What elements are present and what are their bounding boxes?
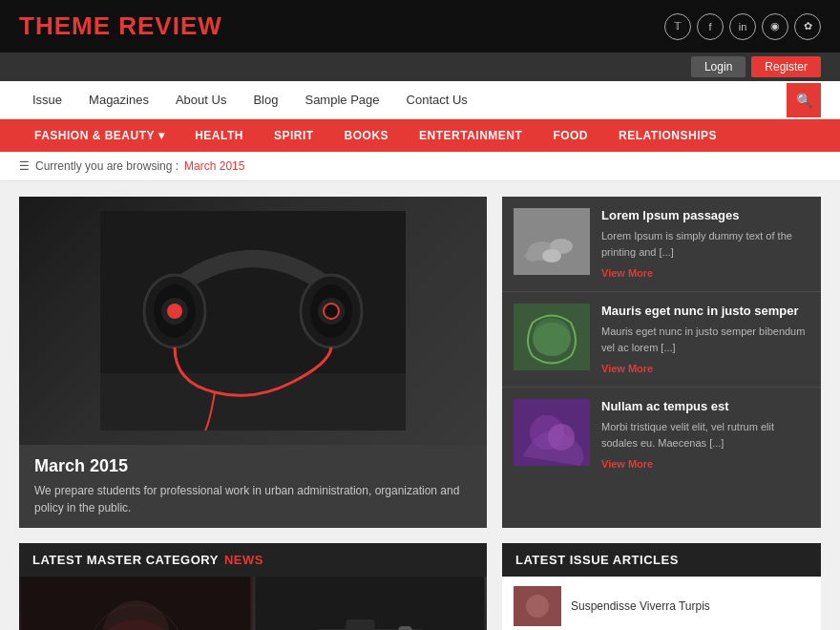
primary-nav: Issue Magazines About Us Blog Sample Pag… [0, 81, 840, 119]
latest-item-image-2 [253, 577, 487, 630]
featured-title: March 2015 [34, 456, 472, 476]
issue-list: Suspendisse Viverra Turpis Long Establis… [502, 577, 821, 630]
view-more-3[interactable]: View More [601, 458, 653, 470]
nav-magazines[interactable]: Magazines [75, 81, 162, 118]
site-title: THEME REVIEW [19, 11, 222, 41]
search-button[interactable]: 🔍 [787, 83, 821, 117]
cat-spirit[interactable]: SPIRIT [259, 119, 329, 152]
issue-item-1: Suspendisse Viverra Turpis [502, 577, 821, 630]
sidebar-article-excerpt-3: Morbi tristique velit elit, vel rutrum e… [601, 419, 809, 451]
bottom-section: LATEST MASTER CATEGORY NEWS [0, 543, 840, 630]
auth-bar: Login Register [0, 52, 840, 81]
sidebar-article-excerpt-1: Lorem Ipsum is simply dummy text of the … [601, 228, 809, 260]
latest-grid: Long Established Fact 👤 Issue | 📅 March … [19, 577, 487, 630]
cat-fashion[interactable]: FASHION & BEAUTY ▾ [19, 119, 179, 152]
svg-point-34 [526, 595, 549, 618]
instagram-icon[interactable]: ✿ [794, 13, 821, 40]
featured-image-wrap: MARCH 2015 [19, 197, 487, 445]
sidebar-articles: Lorem Ipsum passages Lorem Ipsum is simp… [502, 197, 821, 528]
latest-master-label2: NEWS [224, 553, 263, 567]
register-button[interactable]: Register [751, 56, 821, 77]
sidebar-thumb-1 [514, 208, 590, 275]
cat-health[interactable]: HEALTH [179, 119, 259, 152]
latest-master: LATEST MASTER CATEGORY NEWS [19, 543, 487, 630]
cat-books[interactable]: BOOKS [329, 119, 405, 152]
sidebar-article-text-3: Nullam ac tempus est Morbi tristique vel… [601, 399, 809, 471]
latest-issue: LATEST ISSUE ARTICLES Suspendisse Viverr… [502, 543, 821, 630]
nav-sample[interactable]: Sample Page [291, 81, 392, 118]
sidebar-article-1: Lorem Ipsum passages Lorem Ipsum is simp… [502, 197, 821, 292]
sidebar-article-text-2: Mauris eget nunc in justo semper Mauris … [601, 304, 809, 375]
issue-thumb-1 [514, 586, 561, 626]
facebook-icon[interactable]: f [697, 13, 724, 40]
latest-master-header: LATEST MASTER CATEGORY NEWS [19, 543, 487, 577]
sidebar-article-2: Mauris eget nunc in justo semper Mauris … [502, 292, 821, 388]
svg-rect-32 [399, 626, 412, 630]
category-nav: FASHION & BEAUTY ▾ HEALTH SPIRIT BOOKS E… [0, 119, 840, 152]
twitter-icon[interactable]: 𝕋 [664, 13, 691, 40]
svg-point-5 [167, 304, 182, 319]
svg-rect-31 [346, 620, 375, 630]
nav-blog[interactable]: Blog [240, 81, 291, 118]
svg-point-14 [525, 250, 540, 262]
sidebar-thumb-3 [514, 399, 590, 466]
title-part2: REVIEW [118, 11, 222, 40]
breadcrumb-current: March 2015 [184, 159, 244, 173]
cat-entertainment[interactable]: ENTERTAINMENT [404, 119, 537, 152]
sidebar-article-text-1: Lorem Ipsum passages Lorem Ipsum is simp… [601, 208, 809, 280]
featured-image [19, 197, 487, 445]
latest-item-image-1 [19, 577, 253, 630]
featured-caption: March 2015 We prepare students for profe… [19, 445, 487, 528]
svg-rect-10 [514, 208, 590, 275]
nav-about[interactable]: About Us [162, 81, 240, 118]
latest-issue-label: LATEST ISSUE ARTICLES [515, 553, 679, 567]
sidebar-article-title-1: Lorem Ipsum passages [601, 208, 809, 222]
featured-article: MARCH 2015 [19, 197, 487, 528]
svg-rect-1 [100, 373, 406, 430]
view-more-1[interactable]: View More [601, 267, 653, 279]
sidebar-article-title-3: Nullam ac tempus est [601, 399, 809, 413]
linkedin-icon[interactable]: in [729, 13, 756, 40]
latest-item-2: Long Established Fact 👤 Issue | 📅 March … [253, 577, 487, 630]
site-header: THEME REVIEW 𝕋 f in ◉ ✿ [0, 0, 840, 52]
social-links: 𝕋 f in ◉ ✿ [664, 13, 821, 40]
sidebar-article-excerpt-2: Mauris eget nunc in justo semper bibendu… [601, 324, 809, 355]
svg-point-9 [324, 304, 339, 319]
breadcrumb-icon: ☰ [19, 159, 30, 173]
view-more-2[interactable]: View More [601, 363, 653, 374]
featured-description: We prepare students for professional wor… [34, 482, 472, 516]
breadcrumb: ☰ Currently you are browsing : March 201… [0, 152, 840, 181]
nav-issue[interactable]: Issue [19, 81, 75, 118]
latest-item-1 [19, 577, 253, 630]
sidebar-article-3: Nullam ac tempus est Morbi tristique vel… [502, 388, 821, 482]
cat-relationships[interactable]: RELATIONSHIPS [603, 119, 732, 152]
sidebar-thumb-2 [514, 304, 590, 370]
rss-icon[interactable]: ◉ [762, 13, 788, 40]
breadcrumb-label: Currently you are browsing : [35, 159, 178, 173]
latest-master-label1: LATEST MASTER CATEGORY [32, 553, 219, 567]
main-content: MARCH 2015 [0, 181, 840, 543]
title-part1: THEME [19, 11, 118, 40]
cat-food[interactable]: FOOD [537, 119, 603, 152]
issue-item-title-1: Suspendisse Viverra Turpis [571, 599, 710, 613]
svg-point-13 [542, 249, 561, 262]
sidebar-article-title-2: Mauris eget nunc in justo semper [601, 304, 809, 318]
latest-issue-header: LATEST ISSUE ARTICLES [502, 543, 821, 577]
login-button[interactable]: Login [691, 56, 746, 77]
nav-contact[interactable]: Contact Us [393, 81, 481, 118]
